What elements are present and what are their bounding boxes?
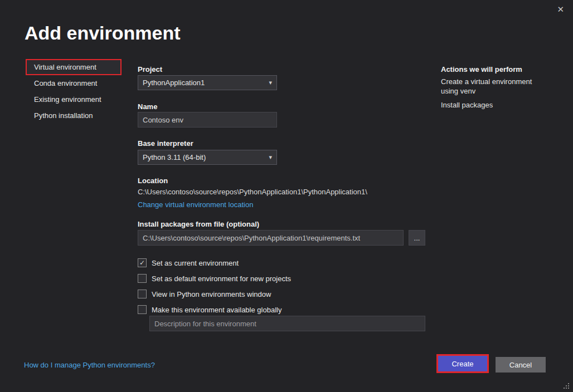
- project-dropdown-value: PythonApplication1: [143, 79, 205, 87]
- checkbox-row-set-default-environment: Set as default environment for new proje…: [138, 274, 291, 283]
- checkbox-label: Set as current environment: [152, 259, 239, 267]
- browse-button[interactable]: ...: [409, 230, 425, 246]
- actions-panel-item: Install packages: [441, 101, 533, 110]
- base-interpreter-dropdown-value: Python 3.11 (64-bit): [143, 153, 206, 161]
- dialog-title: Add environment: [25, 22, 181, 44]
- location-path: C:\Users\contoso\source\repos\PythonAppl…: [138, 188, 367, 196]
- chevron-down-icon: ▾: [269, 79, 272, 86]
- name-input[interactable]: [138, 112, 277, 128]
- checkbox-set-current-environment[interactable]: ✓: [138, 258, 147, 267]
- cancel-button[interactable]: Cancel: [496, 357, 546, 373]
- sidebar-item-existing-environment[interactable]: Existing environment: [26, 91, 122, 107]
- actions-panel-title: Actions we will perform: [441, 65, 533, 74]
- install-packages-label: Install packages from file (optional): [138, 220, 259, 228]
- project-label: Project: [138, 65, 162, 74]
- actions-panel-item: Create a virtual environment using venv: [441, 77, 533, 96]
- change-location-link[interactable]: Change virtual environment location: [138, 200, 253, 209]
- chevron-down-icon: ▾: [269, 154, 272, 161]
- checkbox-label: Make this environment available globally: [152, 306, 281, 314]
- python-environments-help-link[interactable]: How do I manage Python environments?: [24, 361, 155, 369]
- checkbox-row-view-environments-window: View in Python environments window: [138, 290, 271, 298]
- resize-grip[interactable]: [564, 383, 570, 390]
- checkbox-view-environments-window[interactable]: [138, 290, 147, 298]
- sidebar-item-virtual-environment[interactable]: Virtual environment: [26, 59, 122, 75]
- create-button-highlight: Create: [436, 354, 489, 373]
- checkbox-available-globally[interactable]: [138, 305, 147, 314]
- sidebar-item-python-installation[interactable]: Python installation: [26, 107, 122, 124]
- base-interpreter-dropdown[interactable]: Python 3.11 (64-bit) ▾: [138, 150, 277, 165]
- requirements-path-input[interactable]: [138, 230, 404, 246]
- base-interpreter-label: Base interpreter: [138, 139, 193, 148]
- name-label: Name: [138, 102, 157, 111]
- actions-panel: Actions we will perform Create a virtual…: [441, 65, 533, 115]
- location-label: Location: [138, 177, 168, 185]
- add-environment-dialog: ✕ Add environment Virtual environment Co…: [0, 0, 573, 392]
- description-input[interactable]: [149, 316, 425, 331]
- create-button[interactable]: Create: [438, 356, 487, 371]
- sidebar-item-conda-environment[interactable]: Conda environment: [26, 75, 122, 91]
- checkbox-set-default-environment[interactable]: [138, 274, 147, 283]
- environment-type-sidebar: Virtual environment Conda environment Ex…: [26, 59, 129, 124]
- close-icon[interactable]: ✕: [557, 5, 564, 13]
- project-dropdown[interactable]: PythonApplication1 ▾: [138, 75, 277, 90]
- checkbox-label: View in Python environments window: [152, 290, 271, 298]
- checkbox-row-available-globally: Make this environment available globally: [138, 305, 281, 314]
- checkbox-label: Set as default environment for new proje…: [152, 275, 291, 283]
- checkbox-row-set-current-environment: ✓ Set as current environment: [138, 258, 239, 267]
